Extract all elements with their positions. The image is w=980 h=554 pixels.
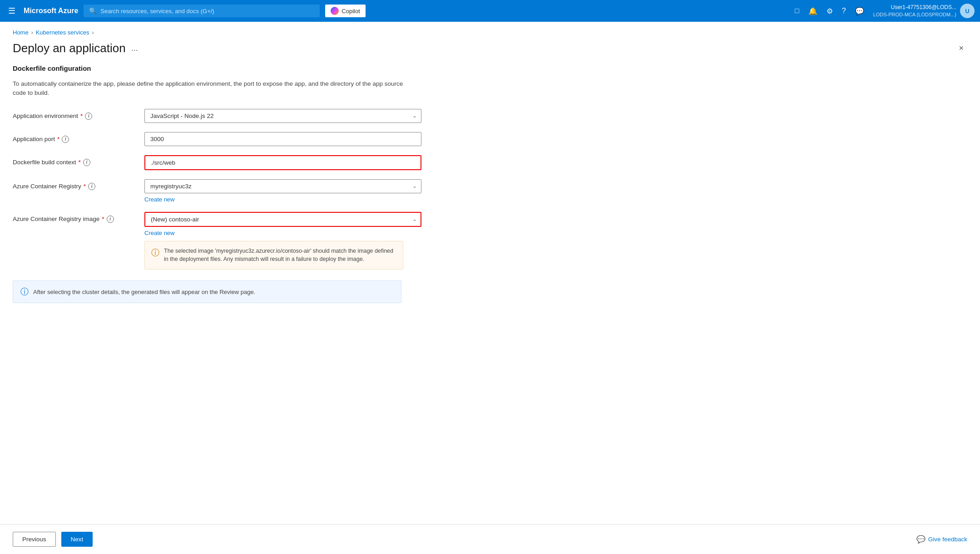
description-text: To automatically containerize the app, p… <box>13 79 403 98</box>
app-environment-select[interactable]: JavaScript - Node.js 22Python 3.11Java 1… <box>144 109 421 123</box>
acr-field: myregistryuc3z ⌄ Create new <box>144 179 421 203</box>
acr-image-label: Azure Container Registry image * i <box>13 212 144 223</box>
required-star-acr: * <box>84 183 86 190</box>
page-title: Deploy an application <box>13 41 126 55</box>
search-icon: 🔍 <box>89 7 97 15</box>
app-port-label: Application port * i <box>13 132 144 143</box>
required-star-dockerfile: * <box>79 159 81 166</box>
acr-row: Azure Container Registry * i myregistryu… <box>13 179 421 203</box>
app-port-field <box>144 132 421 146</box>
warning-text: The selected image 'myregistryuc3z.azure… <box>164 247 396 264</box>
dockerfile-context-row: Dockerfile build context * i <box>13 155 421 170</box>
main-container: Home › Kubernetes services › Deploy an a… <box>0 22 980 554</box>
search-placeholder: Search resources, services, and docs (G+… <box>100 8 214 15</box>
feedback-icon: 💬 <box>916 535 926 544</box>
nav-icons: □ 🔔 ⚙ ? 💬 <box>791 4 868 18</box>
brand-name: Microsoft Azure <box>24 7 78 15</box>
app-environment-info-icon[interactable]: i <box>85 113 92 120</box>
user-text: User1-47751306@LODS... LODS-PROD-MCA (LO… <box>873 4 956 18</box>
copilot-button[interactable]: Copilot <box>325 5 365 17</box>
dockerfile-context-input[interactable] <box>144 155 421 170</box>
breadcrumb-sep-1: › <box>31 29 33 36</box>
app-port-input[interactable] <box>144 132 421 146</box>
app-environment-label: Application environment * i <box>13 109 144 120</box>
feedback-nav-icon[interactable]: 💬 <box>851 4 868 18</box>
breadcrumb-kubernetes[interactable]: Kubernetes services <box>36 29 89 36</box>
dockerfile-context-label: Dockerfile build context * i <box>13 155 144 166</box>
acr-create-new-link[interactable]: Create new <box>144 196 421 203</box>
breadcrumb-home[interactable]: Home <box>13 29 29 36</box>
avatar: U <box>960 4 975 18</box>
warning-box: ⓘ The selected image 'myregistryuc3z.azu… <box>144 241 403 270</box>
required-star-env: * <box>80 113 83 119</box>
give-feedback-link[interactable]: 💬 Give feedback <box>916 535 967 544</box>
copilot-label: Copilot <box>342 8 360 15</box>
user-name: User1-47751306@LODS... <box>873 4 956 11</box>
app-port-row: Application port * i <box>13 132 421 146</box>
dockerfile-context-field <box>144 155 421 170</box>
help-icon[interactable]: ? <box>838 4 850 18</box>
page-title-row: Deploy an application ... × <box>0 36 980 64</box>
acr-image-select[interactable]: (New) contoso-air <box>144 212 421 227</box>
required-star-port: * <box>57 136 59 142</box>
info-banner-icon: ⓘ <box>20 286 29 297</box>
previous-button[interactable]: Previous <box>13 532 56 547</box>
next-button[interactable]: Next <box>61 532 93 547</box>
breadcrumb: Home › Kubernetes services › <box>0 22 980 36</box>
acr-image-field: (New) contoso-air ⌄ Create new ⓘ The sel… <box>144 212 421 270</box>
bottom-bar: Previous Next 💬 Give feedback <box>0 524 980 554</box>
terminal-icon[interactable]: □ <box>791 4 803 18</box>
section-title: Dockerfile configuration <box>13 64 967 72</box>
top-navigation: ☰ Microsoft Azure 🔍 Search resources, se… <box>0 0 980 22</box>
settings-icon[interactable]: ⚙ <box>823 4 836 18</box>
user-profile[interactable]: User1-47751306@LODS... LODS-PROD-MCA (LO… <box>873 4 975 18</box>
user-tenant: LODS-PROD-MCA (LODSPRODM...) <box>873 11 956 18</box>
breadcrumb-sep-2: › <box>92 29 94 36</box>
app-port-info-icon[interactable]: i <box>62 136 69 143</box>
app-environment-field: JavaScript - Node.js 22Python 3.11Java 1… <box>144 109 421 123</box>
dockerfile-context-info-icon[interactable]: i <box>83 159 90 166</box>
acr-info-icon[interactable]: i <box>88 183 95 190</box>
acr-image-row: Azure Container Registry image * i (New)… <box>13 212 421 270</box>
info-banner: ⓘ After selecting the cluster details, t… <box>13 280 401 303</box>
hamburger-menu-icon[interactable]: ☰ <box>5 3 18 19</box>
copilot-icon <box>331 7 339 15</box>
acr-select-wrapper: myregistryuc3z ⌄ <box>144 179 421 193</box>
acr-image-select-wrapper: (New) contoso-air ⌄ <box>144 212 421 227</box>
info-banner-text: After selecting the cluster details, the… <box>33 289 255 295</box>
acr-image-create-new-link[interactable]: Create new <box>144 230 421 236</box>
close-button[interactable]: × <box>955 42 967 55</box>
required-star-acr-image: * <box>102 216 104 222</box>
acr-label: Azure Container Registry * i <box>13 179 144 190</box>
warning-icon: ⓘ <box>151 247 159 258</box>
acr-select[interactable]: myregistryuc3z <box>144 179 421 193</box>
more-options-button[interactable]: ... <box>131 44 138 53</box>
notifications-icon[interactable]: 🔔 <box>805 4 821 18</box>
search-box[interactable]: 🔍 Search resources, services, and docs (… <box>84 5 320 17</box>
acr-image-info-icon[interactable]: i <box>107 216 114 223</box>
app-environment-row: Application environment * i JavaScript -… <box>13 109 421 123</box>
content-area: Dockerfile configuration To automaticall… <box>0 64 980 524</box>
